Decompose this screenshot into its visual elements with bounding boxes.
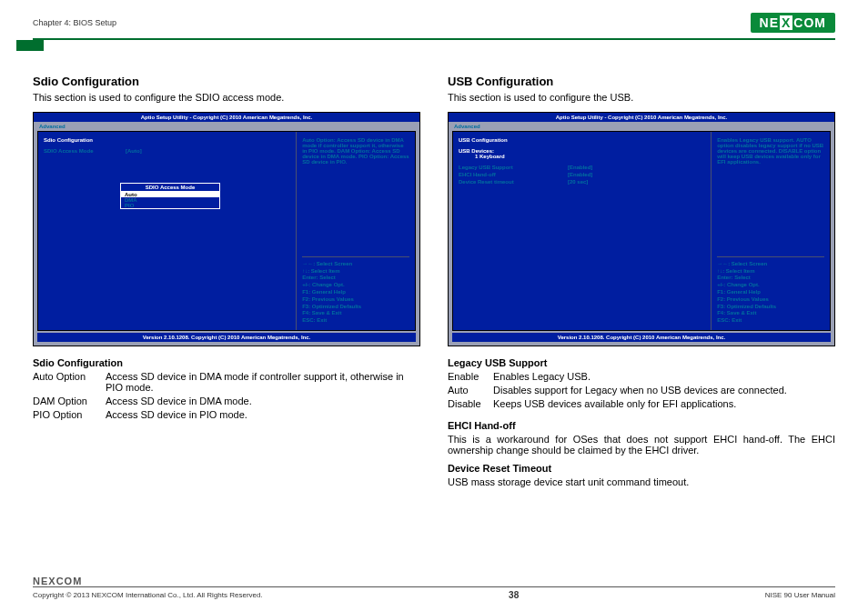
sdio-access-mode-value: [Auto] [126, 148, 142, 154]
sdio-bios-screenshot: Aptio Setup Utility - Copyright (C) 2010… [33, 112, 420, 346]
def-desc: Access SD device in DMA mode if controll… [106, 371, 420, 393]
def-term: DAM Option [33, 396, 106, 406]
usb-title: USB Configuration [448, 75, 835, 88]
reset-def-title: Device Reset Timeout [448, 463, 835, 474]
legacy-usb-label: Legacy USB Support [459, 165, 568, 170]
footer-rule [33, 586, 835, 587]
sdio-title: Sdio Configuration [33, 75, 420, 88]
sdio-popup-title: SDIO Access Mode [121, 184, 219, 192]
sdio-access-mode-label: SDIO Access Mode [44, 148, 126, 154]
bios-tab: Advanced [449, 122, 834, 131]
legacy-usb-value: [Enabled] [568, 165, 592, 170]
reset-def-para: USB mass storage device start unit comma… [448, 476, 835, 487]
usb-desc: This section is used to configure the US… [448, 92, 835, 103]
ehci-value: [Enabled] [568, 172, 592, 177]
ehci-def-para: This is a workaround for OSes that does … [448, 434, 835, 456]
def-term: Auto [448, 385, 493, 396]
bios-title-bar: Aptio Setup Utility - Copyright (C) 2010… [34, 113, 419, 122]
legacy-def-title: Legacy USB Support [448, 357, 835, 368]
sdio-popup: SDIO Access Mode Auto DMA PIO [120, 183, 220, 209]
def-desc: Access SD device in PIO mode. [106, 409, 420, 420]
right-column: USB Configuration This section is used t… [448, 75, 835, 495]
sdio-desc: This section is used to configure the SD… [33, 92, 420, 103]
def-term: Auto Option [33, 371, 106, 393]
def-term: PIO Option [33, 409, 106, 420]
bios-help-text: Auto Option: Access SD device in DMA mod… [302, 137, 409, 256]
def-term: Enable [448, 371, 493, 382]
left-column: Sdio Configuration This section is used … [33, 75, 420, 495]
bios-version: Version 2.10.1208. Copyright (C) 2010 Am… [37, 333, 416, 342]
page-number: 38 [509, 590, 519, 600]
sdio-def-title: Sdio Configuration [33, 357, 420, 368]
footer-logo: NEXCOM [33, 576, 835, 586]
usb-bios-screenshot: Aptio Setup Utility - Copyright (C) 2010… [448, 112, 835, 346]
reset-timeout-label: Device Reset timeout [459, 179, 568, 185]
bios-title-bar: Aptio Setup Utility - Copyright (C) 2010… [449, 113, 834, 122]
bios-key-hints: →←: Select Screen ↑↓: Select Item Enter:… [717, 256, 824, 325]
bios-key-hints: →←: Select Screen ↑↓: Select Item Enter:… [302, 256, 409, 325]
def-desc: Access SD device in DMA mode. [106, 396, 420, 406]
brand-logo: NEXCOM [751, 13, 835, 33]
bios-version: Version 2.10.1208. Copyright (C) 2010 Am… [452, 333, 831, 342]
def-term: Disable [448, 398, 493, 409]
def-desc: Disables support for Legacy when no USB … [493, 385, 835, 396]
footer-copyright: Copyright © 2013 NEXCOM International Co… [33, 591, 263, 599]
ehci-def-title: EHCI Hand-off [448, 420, 835, 431]
bios-help-text: Enables Legacy USB support. AUTO option … [717, 137, 824, 256]
def-desc: Keeps USB devices available only for EFI… [493, 398, 835, 409]
bios-tab: Advanced [34, 122, 419, 131]
def-desc: Enables Legacy USB. [493, 371, 835, 382]
header-rule [33, 38, 835, 40]
ehci-label: EHCI Hand-off [459, 172, 568, 177]
chapter-title: Chapter 4: BIOS Setup [33, 18, 116, 27]
reset-timeout-value: [20 sec] [568, 179, 588, 185]
footer-manual: NISE 90 User Manual [765, 591, 835, 599]
accent-bar [16, 40, 44, 51]
popup-item-pio: PIO [121, 203, 219, 208]
